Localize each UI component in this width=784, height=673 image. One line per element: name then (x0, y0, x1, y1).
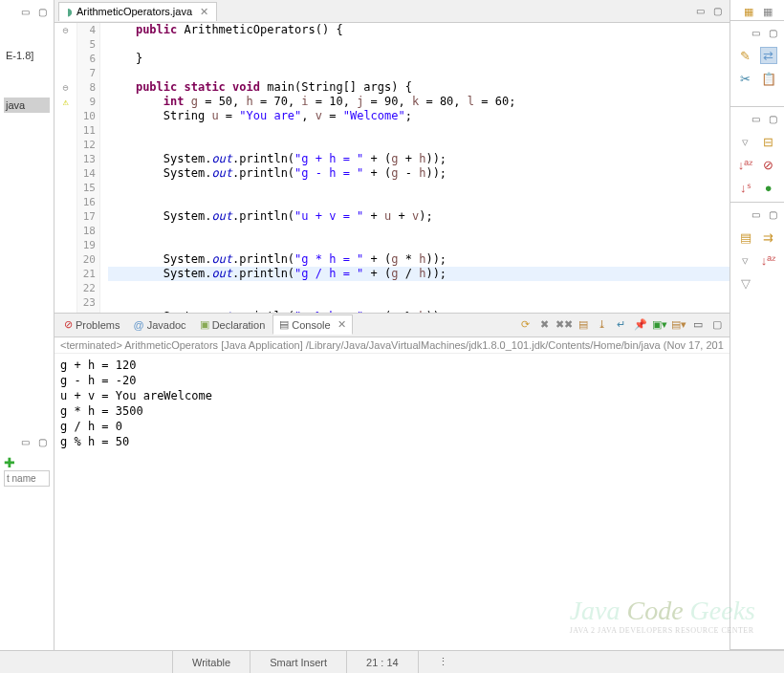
status-cursor: 21 : 14 (346, 651, 418, 673)
new-icon[interactable]: ✎ (737, 47, 754, 64)
clear-console-icon[interactable]: ▤ (575, 316, 592, 334)
code-editor[interactable]: ⊖⊖⚠ 456789101112131415161718192021222324… (54, 23, 730, 313)
restore-icon[interactable]: ▭ (748, 206, 763, 222)
close-tab-icon[interactable]: ✕ (200, 6, 208, 18)
tab-problems[interactable]: ⊘Problems (58, 315, 125, 334)
hide-icon[interactable]: ⊘ (760, 156, 777, 173)
hierarchy-icon[interactable]: ⇉ (760, 228, 777, 246)
name-filter-input[interactable] (4, 470, 50, 487)
perspective-icon[interactable]: ▦ (744, 6, 759, 21)
restore-icon[interactable]: ▢ (34, 4, 50, 19)
tab-declaration[interactable]: ▣Declaration (194, 315, 272, 334)
maximize-icon[interactable]: ▢ (710, 4, 726, 19)
collapse-icon[interactable]: ⊟ (760, 133, 777, 150)
close-icon[interactable]: ✕ (338, 318, 346, 331)
sort-icon-2[interactable]: ↓ˢ (737, 179, 754, 196)
task-icon[interactable]: ▤ (737, 228, 754, 246)
status-writable: Writable (172, 651, 250, 673)
display-console-icon[interactable]: ▣▾ (651, 316, 668, 334)
status-insert-mode: Smart Insert (250, 651, 346, 673)
restore-icon[interactable]: ▢ (34, 434, 50, 449)
remove-launch-icon[interactable]: ✖ (536, 316, 554, 334)
views-tab-bar: ⊘Problems @Javadoc ▣Declaration ▤Console… (54, 313, 730, 337)
paste-icon[interactable]: 📋 (760, 70, 777, 87)
close-icon[interactable]: ▢ (765, 25, 780, 40)
filter-icon[interactable]: ▿ (737, 133, 754, 150)
sync-icon[interactable]: ● (760, 179, 777, 196)
console-output[interactable]: g + h = 120g - h = -20u + v = You areWel… (54, 354, 730, 651)
link-icon[interactable]: ⇄ (760, 47, 777, 64)
left-sidebar: ▭ ▢ E-1.8] java ▭ ▢ ✚ (0, 0, 54, 650)
minimize-icon[interactable]: ▭ (17, 434, 33, 449)
scroll-lock-icon[interactable]: ⤓ (594, 316, 611, 334)
add-icon[interactable]: ✚ (4, 455, 15, 470)
minimize-icon[interactable]: ▭ (17, 4, 33, 19)
remove-all-icon[interactable]: ✖✖ (555, 316, 573, 334)
restore-icon[interactable]: ▭ (748, 25, 763, 40)
cut-icon[interactable]: ✂ (737, 70, 754, 87)
maximize-icon[interactable]: ▢ (708, 316, 726, 334)
editor-tab[interactable]: ◗ ArithmeticOperators.java ✕ (58, 2, 217, 21)
perspective-icon-2[interactable]: ▦ (763, 6, 778, 21)
java-file-icon: ◗ (67, 6, 73, 18)
close-icon[interactable]: ▢ (765, 111, 780, 126)
tab-console[interactable]: ▤Console✕ (272, 315, 352, 335)
collapse-icon[interactable]: ▽ (737, 274, 754, 292)
jre-label[interactable]: E-1.8] (4, 48, 50, 63)
status-bar: Writable Smart Insert 21 : 14 ⋮ (0, 650, 784, 673)
editor-tab-label: ArithmeticOperators.java (76, 6, 192, 17)
restore-icon[interactable]: ▭ (748, 111, 763, 126)
filter-icon[interactable]: ▿ (737, 251, 754, 269)
sort-az-icon[interactable]: ↓ªᶻ (760, 251, 777, 269)
minimize-icon[interactable]: ▭ (693, 4, 708, 19)
console-launched-info: <terminated> ArithmeticOperators [Java A… (54, 337, 730, 354)
minimize-icon[interactable]: ▭ (689, 316, 707, 334)
tab-javadoc[interactable]: @Javadoc (127, 316, 191, 334)
package-label[interactable]: java (4, 98, 50, 113)
sort-az-icon[interactable]: ↓ªᶻ (737, 156, 754, 173)
open-console-icon[interactable]: ▤▾ (670, 316, 687, 334)
pin-console-icon[interactable]: 📌 (632, 316, 649, 334)
right-toolbar: ▦ ▦ ▭▢ ✎⇄ ✂📋 ▭▢ ▿⊟ ↓ªᶻ⊘ ↓ˢ● ▭▢ ▤⇉ ▿↓ªᶻ ▽ (730, 0, 784, 650)
terminate-relaunch-icon[interactable]: ⟳ (517, 316, 534, 334)
word-wrap-icon[interactable]: ↵ (613, 316, 630, 334)
close-icon[interactable]: ▢ (765, 206, 780, 222)
